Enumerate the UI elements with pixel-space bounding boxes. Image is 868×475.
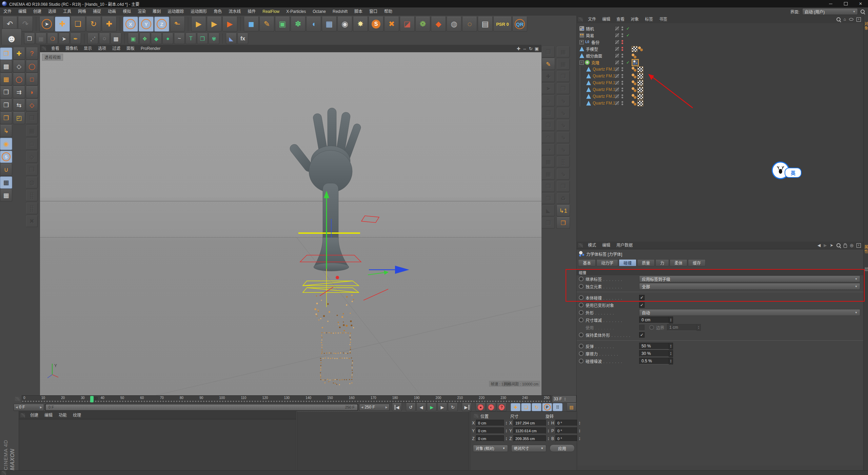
recycle-icon[interactable]: ♻: [556, 193, 570, 204]
crystal-icon[interactable]: ◆: [151, 33, 162, 44]
keep-soft-shape-checkbox[interactable]: ✓: [639, 332, 645, 338]
object-row[interactable]: Quartz FM.1 ✓: [577, 66, 864, 73]
size-field[interactable]: 1120.614 cm: [513, 428, 546, 434]
object-label[interactable]: Quartz FM.1: [593, 74, 615, 78]
ghost-tool-icon[interactable]: ❒: [26, 112, 38, 124]
view-label[interactable]: 透视视图: [42, 54, 63, 61]
object-menu-item[interactable]: 查看: [613, 15, 628, 23]
layer-box[interactable]: [615, 80, 619, 85]
menu-item[interactable]: 渲染: [134, 7, 149, 16]
lock-workplane-icon[interactable]: ▦: [0, 176, 12, 189]
collision-noise-field[interactable]: 0.5 %: [639, 358, 669, 364]
visibility-dots[interactable]: [622, 67, 623, 71]
ime-language-pill[interactable]: 英: [785, 168, 802, 178]
wire-sphere-icon[interactable]: ◍: [447, 17, 461, 32]
search-icon[interactable]: [861, 10, 865, 14]
position-field[interactable]: 0 cm: [476, 420, 504, 426]
sail-icon[interactable]: ◣: [226, 33, 237, 44]
checker-tag[interactable]: [637, 94, 643, 99]
dock-tab-objects[interactable]: 对象: [864, 20, 868, 32]
keyframe-circle[interactable]: [579, 359, 584, 363]
zoom-view-icon[interactable]: ⇔: [522, 46, 527, 51]
object-row[interactable]: + 备份 ✓: [577, 39, 864, 45]
environment-icon[interactable]: ▦: [322, 17, 337, 32]
layer-box[interactable]: [615, 33, 619, 38]
bounce-field[interactable]: 50 %: [639, 343, 669, 349]
size-field[interactable]: 197.294 cm: [513, 420, 546, 426]
spheres-tag[interactable]: [632, 100, 637, 106]
rotation-field[interactable]: 0 °: [555, 428, 577, 434]
convert-editable-icon[interactable]: ❒: [24, 33, 35, 44]
effectors-icon[interactable]: ✽: [291, 17, 305, 32]
points-mode-icon[interactable]: ❒: [0, 86, 12, 98]
layer-box[interactable]: [615, 67, 619, 72]
expander[interactable]: -: [579, 60, 584, 65]
ghost-tool-icon[interactable]: ➤: [541, 83, 555, 94]
viewport-menu-item[interactable]: 面板: [123, 44, 138, 53]
menu-item[interactable]: 编辑: [15, 7, 30, 16]
polygons-mode-icon[interactable]: ❒: [0, 112, 12, 124]
rotate-tool-icon[interactable]: ↻: [86, 17, 101, 32]
spline-cube-icon[interactable]: ❒: [197, 33, 208, 44]
checker-tag[interactable]: [637, 100, 643, 106]
ghost-tool-icon[interactable]: ❒: [541, 193, 555, 204]
prev-key-button[interactable]: ↺: [406, 403, 416, 411]
chain-icon[interactable]: ~: [174, 33, 185, 44]
attribute-tab[interactable]: 质量: [637, 259, 655, 266]
object-row[interactable]: 手模型 ✓: [577, 45, 864, 52]
ghost-tool-icon[interactable]: ⇘: [556, 95, 570, 107]
menu-item[interactable]: Redshift: [329, 7, 351, 16]
layer-box[interactable]: [615, 40, 619, 44]
object-row[interactable]: - 克隆 ✓: [577, 59, 864, 66]
visibility-dots[interactable]: [622, 40, 623, 44]
object-row[interactable]: Quartz FM.1 ✓: [577, 86, 864, 93]
ghost-tool-icon[interactable]: ✖: [26, 215, 38, 227]
attribute-tab[interactable]: 力: [655, 259, 669, 266]
range-end-field[interactable]: ◀250 F▶: [359, 404, 390, 411]
ghost-tool-icon[interactable]: ❒: [541, 180, 555, 192]
inherit-tag-dropdown[interactable]: 应用标签到子级▼: [639, 276, 860, 282]
menu-item[interactable]: 工具: [60, 7, 75, 16]
menu-item[interactable]: 选择: [45, 7, 60, 16]
menu-item[interactable]: X-Particles: [283, 7, 309, 16]
dock-tab-layers[interactable]: 层: [864, 266, 868, 273]
ghost-tool-icon[interactable]: □: [26, 138, 38, 150]
drag-handle[interactable]: [474, 414, 478, 418]
object-label[interactable]: Quartz FM.1: [593, 67, 615, 72]
checker-tag[interactable]: [637, 80, 643, 86]
object-menu-item[interactable]: 文件: [585, 15, 599, 23]
text-tool-icon[interactable]: T: [185, 33, 196, 44]
points-strike-icon[interactable]: ❍: [47, 33, 58, 44]
viewport-menu-item[interactable]: 摄像机: [62, 44, 81, 53]
magnet-icon[interactable]: ∪: [0, 164, 12, 176]
playhead[interactable]: 33: [90, 396, 94, 402]
toggle-view-icon[interactable]: ▣: [535, 46, 539, 51]
primitive-cube-icon[interactable]: ◼: [244, 17, 259, 32]
move-cross-icon[interactable]: ✚: [13, 48, 25, 60]
dashed-circle-icon[interactable]: ◌: [462, 17, 477, 32]
live-select-icon[interactable]: ◯: [26, 60, 38, 73]
rotation-field[interactable]: 0 °: [555, 435, 577, 442]
menu-item[interactable]: Octane: [309, 7, 329, 16]
viewport-canvas[interactable]: Y 透视视图 帧速 : 12.9 网格间距 : 10000 cm: [40, 52, 541, 395]
ghost-tool-icon[interactable]: ◇: [26, 151, 38, 163]
minimize-button[interactable]: [823, 0, 838, 7]
z-lock-icon[interactable]: Z: [154, 17, 169, 32]
history-back-icon[interactable]: ◀: [817, 243, 821, 248]
team-render-icon[interactable]: ◪: [400, 17, 415, 32]
material-menu-item[interactable]: 创建: [27, 411, 41, 419]
attribute-menu-item[interactable]: 模式: [585, 241, 599, 249]
ghost-tool-icon[interactable]: ▦: [556, 58, 570, 70]
range-slider[interactable]: 0 F 250 F: [45, 404, 358, 411]
autokey-button[interactable]: ◐: [486, 403, 496, 411]
spheres-tag[interactable]: [632, 73, 637, 78]
camera-icon[interactable]: ◉: [337, 17, 352, 32]
axis-mode-icon[interactable]: ↳: [0, 125, 12, 137]
texture-mode-icon[interactable]: ▩: [0, 60, 12, 73]
shape-dropdown[interactable]: 自动▼: [639, 309, 860, 316]
object-menu-item[interactable]: 编辑: [599, 15, 613, 23]
snap-disabled-icon[interactable]: ▦: [36, 33, 46, 44]
arc-tool-icon[interactable]: ➤: [59, 33, 70, 44]
keyframe-circle[interactable]: [579, 284, 584, 289]
last-used-tool-icon[interactable]: ✚: [102, 17, 117, 32]
